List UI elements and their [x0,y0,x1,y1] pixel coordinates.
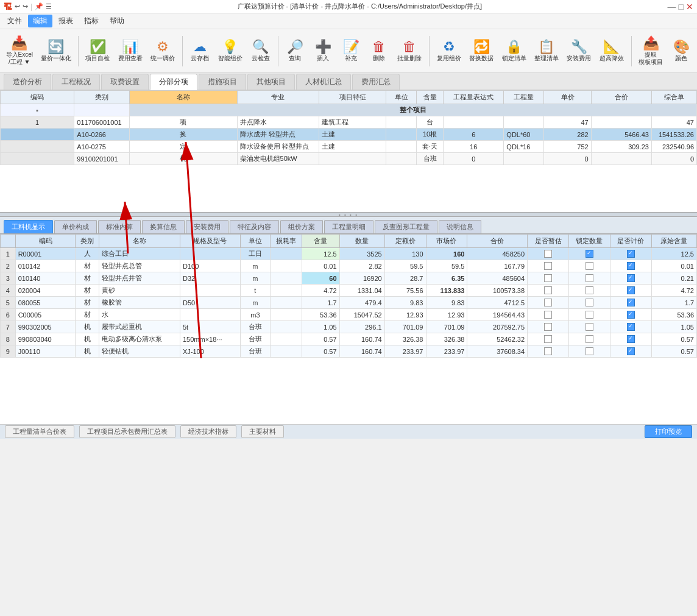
pricing-checkbox9[interactable] [627,347,635,355]
menu-file[interactable]: 文件 [2,15,27,27]
cell-b-pricing[interactable] [610,248,651,260]
estimate-checkbox6[interactable] [544,311,552,319]
pin-btn[interactable]: 📌 [35,2,43,10]
status-tab-2[interactable]: 工程项目总承包费用汇总表 [79,425,175,438]
lockqty-checkbox7[interactable] [586,323,593,331]
cell-b-lockqty5[interactable] [568,297,610,309]
status-tab-1[interactable]: 工程量清单合价表 [5,425,74,438]
tool-query[interactable]: 🔎 查询 [283,39,307,63]
tab-drawing[interactable]: 反查图形工程量 [375,220,437,233]
cell-b-pricing9[interactable] [610,345,651,358]
cell-b-lockqty7[interactable] [568,321,610,333]
tab-qtydetail[interactable]: 工程量明细 [324,220,373,233]
cell-b-pricing2[interactable] [610,260,651,272]
print-preview-btn[interactable]: 打印预览 [645,425,692,438]
pricing-checkbox4[interactable] [627,286,635,294]
cell-b-estimate3[interactable] [528,272,569,285]
cell-b-pricing4[interactable] [610,285,651,297]
cell-b-lockqty6[interactable] [568,309,610,321]
estimate-checkbox2[interactable] [544,262,552,270]
cell-b-estimate4[interactable] [528,285,569,297]
tool-smartprice[interactable]: 💡 智能组价 [216,39,244,63]
tool-replace[interactable]: 🔁 替换数据 [467,39,495,63]
pricing-checkbox5[interactable] [627,299,635,306]
cell-b-lockqty[interactable] [568,248,610,260]
cell-b-estimate5[interactable] [528,297,569,309]
estimate-checkbox4[interactable] [544,286,552,294]
lockqty-checkbox6[interactable] [586,311,593,319]
lockqty-checkbox8[interactable] [586,335,593,343]
estimate-checkbox9[interactable] [544,347,552,355]
lockqty-checkbox9[interactable] [586,347,593,355]
tool-lockbill[interactable]: 🔒 锁定清单 [500,39,528,63]
estimate-checkbox[interactable] [544,250,552,258]
tab-labormat[interactable]: 工料机显示 [4,220,53,233]
tool-selfcheck[interactable]: ✅ 项目自检 [83,39,112,63]
cell-b-pricing3[interactable] [610,272,651,285]
cell-b-estimate2[interactable] [528,260,569,272]
tool-highefficiency[interactable]: 📐 超高降效 [597,39,626,63]
cell-b-lockqty9[interactable] [568,345,610,358]
cell-b-pricing5[interactable] [610,297,651,309]
maximize-btn[interactable]: □ [679,2,684,12]
lockqty-checkbox4[interactable] [586,286,593,294]
tool-extracttemplate[interactable]: 📤 提取模板项目 [637,35,665,67]
pricing-checkbox8[interactable] [627,335,635,343]
cell-b-pricing8[interactable] [610,333,651,345]
tab-measures[interactable]: 措施项目 [199,74,246,90]
tab-unitcomp[interactable]: 单价构成 [54,220,97,233]
undo-btn[interactable]: ↩ [15,2,20,10]
cell-b-estimate8[interactable] [528,333,569,345]
panel-splitter[interactable]: • • • • [0,212,697,217]
tab-overview[interactable]: 工程概况 [52,74,100,90]
menu-report[interactable]: 报表 [54,15,78,27]
cell-b-lockqty3[interactable] [568,272,610,285]
menu-indicator[interactable]: 指标 [79,15,104,27]
minimize-btn[interactable]: — [668,2,676,12]
pricing-checkbox7[interactable] [627,323,635,331]
cell-b-estimate6[interactable] [528,309,569,321]
tab-notes[interactable]: 说明信息 [439,220,481,233]
cell-b-pricing6[interactable] [610,309,651,321]
lockqty-checkbox5[interactable] [586,299,593,306]
tool-cloudcheck[interactable]: 🔍 云检查 [249,39,273,63]
tool-feeview[interactable]: 📊 费用查看 [116,39,144,63]
tool-installfee[interactable]: 🔧 安装费用 [565,39,593,63]
tab-feesetting[interactable]: 取费设置 [101,74,149,90]
menu-btn[interactable]: ☰ [46,2,52,10]
cell-b-lockqty2[interactable] [568,260,610,272]
close-btn[interactable]: ✕ [686,2,693,12]
cell-expand[interactable]: ▪ [1,104,74,116]
tool-import[interactable]: 📥 导入Excel/工程 ▼ [4,35,35,67]
pricing-checkbox2[interactable] [627,262,635,270]
tab-feesum[interactable]: 费用汇总 [352,74,400,90]
cell-b-estimate9[interactable] [528,345,569,358]
estimate-checkbox7[interactable] [544,323,552,331]
cell-b-estimate[interactable] [528,248,569,260]
tab-laborsum[interactable]: 人材机汇总 [296,74,351,90]
status-tab-4[interactable]: 主要材料 [241,425,284,438]
lockqty-checkbox[interactable] [586,250,593,258]
tool-organize[interactable]: 📋 整理清单 [532,39,561,63]
tool-batchdelete[interactable]: 🗑 批量删除 [395,39,423,63]
pricing-checkbox[interactable] [627,250,635,258]
tool-delete[interactable]: 🗑 删除 [367,39,391,63]
menu-help[interactable]: 帮助 [105,15,129,27]
tab-partsitems[interactable]: 分部分项 [150,74,197,90]
tool-reuse[interactable]: ♻ 复用组价 [434,39,463,63]
tool-unitprice[interactable]: 🔄 量价一体化 [38,39,73,63]
tab-stdcalc[interactable]: 标准内算 [98,220,141,233]
tab-other[interactable]: 其他项目 [247,74,295,90]
tool-color[interactable]: 🎨 颜色 [669,39,693,63]
tool-supplement[interactable]: 📝 补充 [339,39,363,63]
pricing-checkbox6[interactable] [627,311,635,319]
lockqty-checkbox3[interactable] [586,274,593,282]
tab-priceplan[interactable]: 组价方案 [280,220,323,233]
cell-b-estimate7[interactable] [528,321,569,333]
tab-installfee2[interactable]: 安装费用 [186,220,228,233]
status-tab-3[interactable]: 经济技术指标 [180,425,236,438]
estimate-checkbox5[interactable] [544,299,552,306]
tool-cloudsave[interactable]: ☁ 云存档 [188,39,212,63]
menu-edit[interactable]: 编辑 [28,15,52,27]
lockqty-checkbox2[interactable] [586,262,593,270]
